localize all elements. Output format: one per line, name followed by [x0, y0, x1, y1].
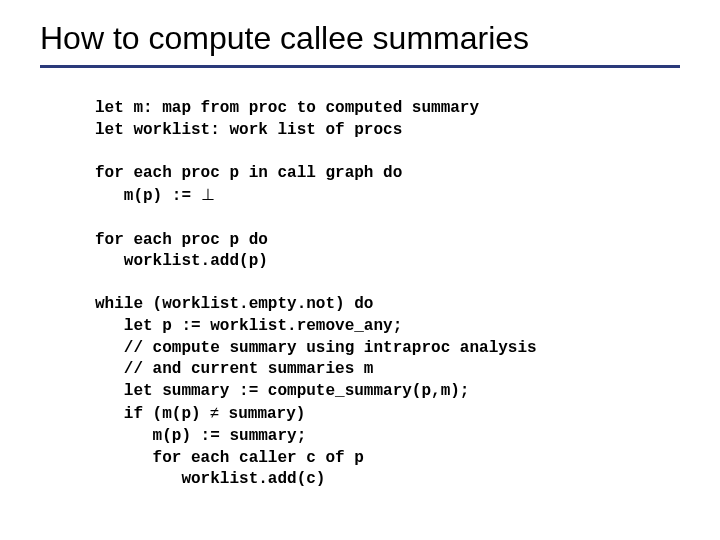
code-line: // compute summary using intraproc analy… [95, 339, 537, 357]
code-line: let p := worklist.remove_any; [95, 317, 402, 335]
code-line: m(p) := summary; [95, 427, 306, 445]
not-equal-symbol: ≠ [210, 404, 219, 421]
code-line: worklist.add(p) [95, 252, 268, 270]
code-line: for each proc p in call graph do [95, 164, 402, 182]
code-line: worklist.add(c) [95, 470, 325, 488]
code-line: let summary := compute_summary(p,m); [95, 382, 469, 400]
code-line: for each proc p do [95, 231, 268, 249]
code-line: while (worklist.empty.not) do [95, 295, 373, 313]
pseudocode-block: let m: map from proc to computed summary… [95, 98, 680, 491]
bottom-symbol: ⊥ [201, 186, 215, 203]
code-line: // and current summaries m [95, 360, 373, 378]
slide-title: How to compute callee summaries [40, 20, 680, 57]
code-line: summary) [219, 405, 305, 423]
code-line: m(p) := [95, 187, 201, 205]
slide: How to compute callee summaries let m: m… [0, 0, 720, 540]
code-line: let worklist: work list of procs [95, 121, 402, 139]
title-rule [40, 65, 680, 68]
code-line: for each caller c of p [95, 449, 364, 467]
code-line: if (m(p) [95, 405, 210, 423]
code-line: let m: map from proc to computed summary [95, 99, 479, 117]
